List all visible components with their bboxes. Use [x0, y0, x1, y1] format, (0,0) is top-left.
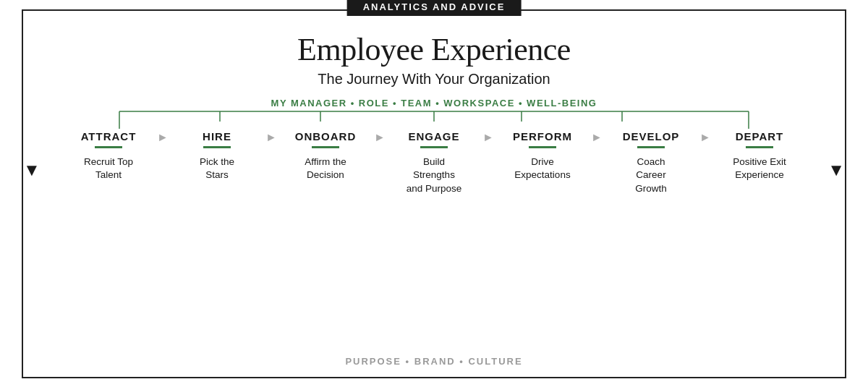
stage-hire-label: HIRE: [203, 130, 231, 143]
stage-hire-desc: Pick theStars: [200, 156, 234, 183]
page-subtitle: The Journey With Your Organization: [318, 71, 550, 88]
stage-depart-underline: [746, 146, 773, 148]
green-bar: MY MANAGER • ROLE • TEAM • WORKSPACE • W…: [23, 98, 845, 109]
chevron-2: ►: [265, 131, 278, 144]
stage-develop: DEVELOP CoachCareerGrowth: [603, 130, 699, 197]
chevron-5: ►: [590, 131, 603, 144]
chevron-1: ►: [156, 131, 169, 144]
stage-onboard-desc: Affirm theDecision: [305, 156, 346, 183]
stages-wrapper: ▼ ATTRACT Recruit TopTalent ► HIRE Pick …: [23, 130, 845, 197]
stage-depart-desc: Positive ExitExperience: [733, 156, 786, 183]
chevron-3: ►: [373, 131, 386, 144]
chevron-4: ►: [482, 131, 495, 144]
bottom-bar: PURPOSE • BRAND • CULTURE: [345, 356, 522, 367]
stage-attract-desc: Recruit TopTalent: [84, 156, 133, 183]
stage-hire-underline: [203, 146, 231, 148]
stage-develop-underline: [637, 146, 665, 148]
stage-onboard-label: ONBOARD: [295, 130, 357, 143]
stage-develop-label: DEVELOP: [623, 130, 680, 143]
stage-attract-underline: [95, 146, 122, 148]
bottom-bar-text: PURPOSE • BRAND • CULTURE: [345, 356, 522, 367]
stage-perform-label: PERFORM: [513, 130, 572, 143]
stage-attract: ATTRACT Recruit TopTalent: [61, 130, 156, 183]
stage-depart: DEPART Positive ExitExperience: [712, 130, 807, 183]
left-arrow: ▼: [23, 161, 41, 180]
stage-develop-desc: CoachCareerGrowth: [635, 156, 667, 197]
analytics-label: ANALYTICS AND ADVICE: [347, 0, 522, 16]
stage-perform-desc: DriveExpectations: [514, 156, 570, 183]
stage-onboard: ONBOARD Affirm theDecision: [278, 130, 373, 183]
stage-depart-label: DEPART: [736, 130, 784, 143]
stage-engage-underline: [420, 146, 448, 148]
page-title: Employee Experience: [297, 31, 571, 68]
bracket-svg: [83, 109, 785, 130]
stage-attract-label: ATTRACT: [81, 130, 137, 143]
stage-onboard-underline: [312, 146, 339, 148]
main-container: ANALYTICS AND ADVICE Employee Experience…: [22, 9, 846, 378]
stage-engage-desc: BuildStrengthsand Purpose: [407, 156, 462, 197]
green-bar-text: MY MANAGER • ROLE • TEAM • WORKSPACE • W…: [271, 98, 597, 109]
stage-perform: PERFORM DriveExpectations: [495, 130, 590, 183]
chevron-6: ►: [699, 131, 712, 144]
stage-perform-underline: [529, 146, 556, 148]
right-arrow: ▼: [827, 161, 845, 180]
stage-hire: HIRE Pick theStars: [169, 130, 265, 183]
stage-engage-label: ENGAGE: [408, 130, 459, 143]
stage-engage: ENGAGE BuildStrengthsand Purpose: [386, 130, 482, 197]
